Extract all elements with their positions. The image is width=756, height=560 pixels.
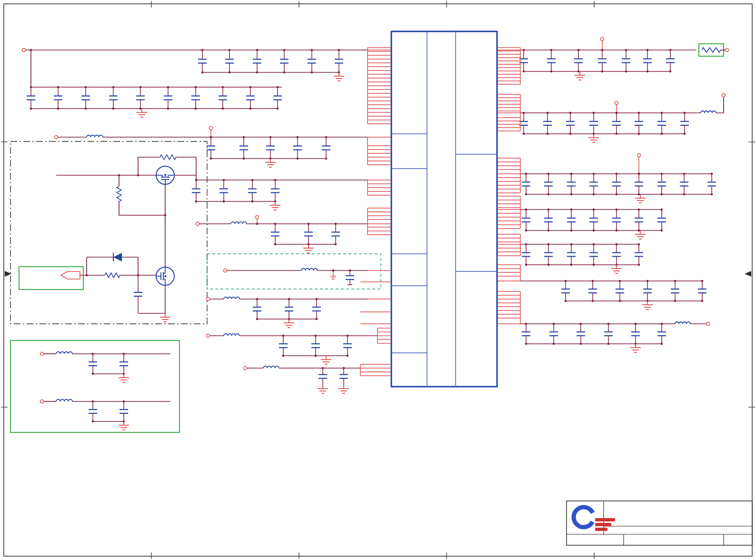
junction-dot: [92, 353, 94, 355]
junction-dot: [283, 49, 286, 51]
junction-dot: [547, 243, 550, 246]
right-edge-arrow: [745, 271, 751, 277]
cap-bank-l9: [244, 366, 361, 393]
cap-bank-r3: [520, 154, 716, 203]
junction-dot: [195, 86, 197, 89]
junction-dot: [332, 270, 335, 272]
net-port: [601, 38, 604, 41]
junction-dot: [647, 280, 649, 282]
logo-stripe-icon: [595, 523, 611, 526]
junction-dot: [85, 86, 87, 89]
cap-bank-r2: [519, 101, 701, 143]
junction-dot: [118, 174, 120, 177]
main-ic-block: [391, 31, 497, 387]
net-port: [40, 400, 44, 403]
ic-pin-group-right: [497, 196, 520, 229]
junction-dot: [311, 49, 313, 51]
net-port: [22, 49, 26, 52]
junction-dot: [570, 173, 573, 175]
junction-dot: [210, 136, 212, 139]
inductor: [263, 366, 279, 368]
net-flag: [61, 271, 80, 279]
junction-dot: [274, 179, 277, 181]
junction-dot: [592, 280, 594, 282]
junction-dot: [222, 86, 224, 89]
junction-dot: [525, 243, 527, 246]
junction-dot: [607, 323, 610, 325]
junction-dot: [335, 223, 337, 225]
junction-dot: [525, 209, 527, 211]
ic-pin-group-right: [497, 234, 520, 256]
inductor: [56, 352, 72, 354]
junction-dot: [525, 323, 527, 325]
junction-dot: [112, 86, 115, 89]
mosfet-arrow: [164, 275, 166, 278]
junction-dot: [593, 173, 595, 175]
ic-pin-group-left: [360, 364, 391, 376]
junction-dot: [569, 112, 572, 114]
cap-bank-l7: [207, 297, 368, 328]
junction-dot: [251, 179, 254, 181]
junction-dot: [701, 280, 704, 282]
net-port: [224, 269, 227, 272]
junction-dot: [139, 86, 142, 89]
junction-dot: [137, 174, 139, 177]
mosfet-arrow: [164, 174, 167, 177]
ic-pin-group-right: [497, 291, 520, 324]
junction-dot: [616, 209, 618, 211]
inductor: [675, 322, 690, 324]
junction-dot: [638, 173, 640, 175]
inductor: [231, 222, 247, 224]
mosfet-q1: [156, 166, 174, 184]
cap-bank-l3: [55, 127, 368, 168]
net-port: [209, 127, 213, 130]
junction-dot: [661, 209, 663, 211]
junction-dot: [523, 49, 525, 51]
junction-dot: [269, 136, 272, 139]
ic-pin-group-left: [368, 180, 391, 195]
junction-dot: [343, 367, 345, 370]
resistor: [105, 273, 120, 278]
junction-dot: [523, 112, 525, 114]
junction-dot: [256, 49, 259, 51]
inductor: [87, 135, 103, 137]
ic-pin-group-right: [497, 94, 520, 131]
junction-dot: [86, 274, 88, 277]
ic-pin-group-right: [497, 158, 520, 193]
cap-bank-r1: [519, 38, 696, 80]
junction-dot: [195, 179, 198, 181]
junction-dot: [223, 179, 225, 181]
company-logo: [574, 507, 615, 531]
ic-pin-group-left: [368, 137, 391, 165]
junction-dot: [616, 173, 618, 175]
junction-dot: [167, 86, 169, 89]
logo-ring-icon: [574, 507, 594, 527]
diode-triangle: [113, 253, 122, 261]
junction-dot: [547, 173, 550, 175]
junction-dot: [570, 243, 573, 246]
inductor: [301, 269, 318, 270]
schematic-sheet: [0, 0, 756, 560]
junction-dot: [256, 298, 259, 300]
junction-dot: [547, 112, 549, 114]
junction-dot: [315, 335, 317, 337]
net-port: [244, 367, 247, 370]
net-wire: [138, 285, 165, 313]
junction-dot: [616, 112, 618, 114]
net-port: [615, 101, 618, 105]
junction-dot: [661, 112, 663, 114]
junction-dot: [325, 136, 328, 139]
cap-bank-l5: [196, 216, 368, 253]
cap-bank-r6: [520, 280, 706, 310]
cap-bank-l1: [22, 49, 368, 81]
junction-dot: [683, 173, 686, 175]
junction-dot: [601, 49, 604, 51]
junction-dot: [638, 209, 640, 211]
junction-dot: [647, 49, 649, 51]
junction-dot: [229, 49, 231, 51]
junction-dot: [661, 323, 663, 325]
junction-dot: [201, 49, 204, 51]
junction-dot: [282, 335, 285, 337]
cap-bank-l2: [27, 86, 282, 117]
ic-pin-group-right: [497, 265, 520, 281]
